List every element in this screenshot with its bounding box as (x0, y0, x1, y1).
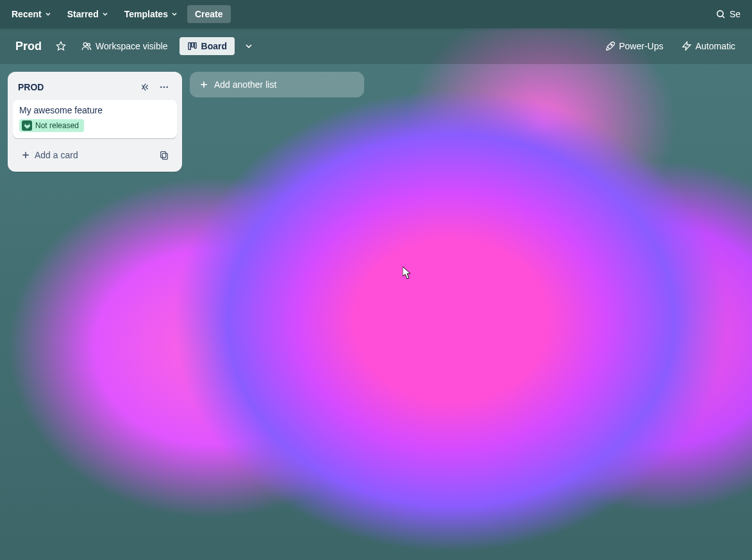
list-menu-button[interactable] (156, 79, 172, 95)
star-icon (56, 41, 66, 51)
view-switch-label: Board (201, 41, 227, 51)
chevron-down-icon (44, 10, 52, 18)
svg-rect-16 (161, 152, 166, 158)
nav-starred-label: Starred (67, 9, 99, 19)
add-card-button[interactable]: Add a card (17, 146, 151, 164)
board-icon (187, 41, 197, 51)
lists-container: PROD My awesome feature Not released (0, 64, 752, 560)
collapse-list-button[interactable] (137, 79, 153, 95)
list-title[interactable]: PROD (18, 82, 133, 92)
chevron-down-icon (101, 10, 109, 18)
nav-templates[interactable]: Templates (118, 5, 185, 23)
plus-icon (199, 79, 209, 90)
nav-templates-label: Templates (124, 9, 168, 19)
svg-point-11 (160, 86, 162, 88)
template-icon (159, 150, 169, 160)
board-canvas: Prod Workspace visible Board Power-Ups A… (0, 28, 752, 560)
search-button[interactable]: Se (709, 5, 747, 23)
svg-rect-7 (194, 43, 196, 49)
svg-marker-9 (683, 42, 690, 50)
view-dropdown-button[interactable] (240, 37, 258, 55)
svg-point-3 (83, 43, 87, 46)
add-card-label: Add a card (35, 150, 78, 160)
svg-point-4 (87, 44, 90, 46)
more-horizontal-icon (159, 82, 169, 92)
board-header: Prod Workspace visible Board Power-Ups A… (0, 28, 752, 64)
list: PROD My awesome feature Not released (8, 72, 182, 172)
svg-rect-17 (162, 153, 167, 159)
bolt-icon (681, 41, 692, 51)
nav-starred[interactable]: Starred (61, 5, 115, 23)
card-template-button[interactable] (155, 146, 173, 164)
rocket-icon (605, 41, 615, 51)
card[interactable]: My awesome feature Not released (13, 100, 177, 138)
powerups-label: Power-Ups (619, 41, 664, 51)
svg-point-13 (166, 86, 168, 88)
view-switch-button[interactable]: Board (180, 37, 235, 55)
automation-button[interactable]: Automatic (675, 37, 742, 55)
plus-icon (21, 150, 31, 160)
svg-rect-5 (188, 43, 190, 50)
svg-point-8 (611, 44, 612, 45)
visibility-label: Workspace visible (96, 41, 168, 51)
card-title: My awesome feature (19, 105, 171, 115)
create-button[interactable]: Create (187, 5, 231, 23)
automation-label: Automatic (696, 41, 735, 51)
list-header: PROD (13, 77, 177, 95)
svg-line-1 (723, 16, 724, 18)
create-label: Create (195, 9, 223, 19)
add-list-label: Add another list (214, 79, 276, 90)
visibility-button[interactable]: Workspace visible (75, 37, 174, 55)
chevron-down-icon (244, 41, 254, 51)
card-label-text: Not released (35, 121, 79, 130)
board-title[interactable]: Prod (10, 37, 47, 56)
chevron-down-icon (171, 10, 178, 18)
search-icon (715, 9, 726, 19)
search-label: Se (730, 9, 740, 19)
gitlab-icon (22, 120, 32, 131)
collapse-icon (140, 82, 150, 92)
nav-recent-label: Recent (12, 9, 42, 19)
nav-recent[interactable]: Recent (5, 5, 58, 23)
add-list-button[interactable]: Add another list (190, 72, 364, 97)
svg-rect-6 (191, 43, 193, 47)
top-nav: Recent Starred Templates Create Se (0, 0, 752, 28)
svg-point-0 (717, 11, 723, 17)
list-footer: Add a card (13, 144, 177, 167)
star-board-button[interactable] (52, 37, 70, 55)
svg-point-12 (163, 86, 165, 88)
card-label[interactable]: Not released (19, 119, 84, 132)
svg-marker-2 (56, 42, 65, 50)
people-icon (81, 41, 92, 51)
powerups-button[interactable]: Power-Ups (599, 37, 670, 55)
